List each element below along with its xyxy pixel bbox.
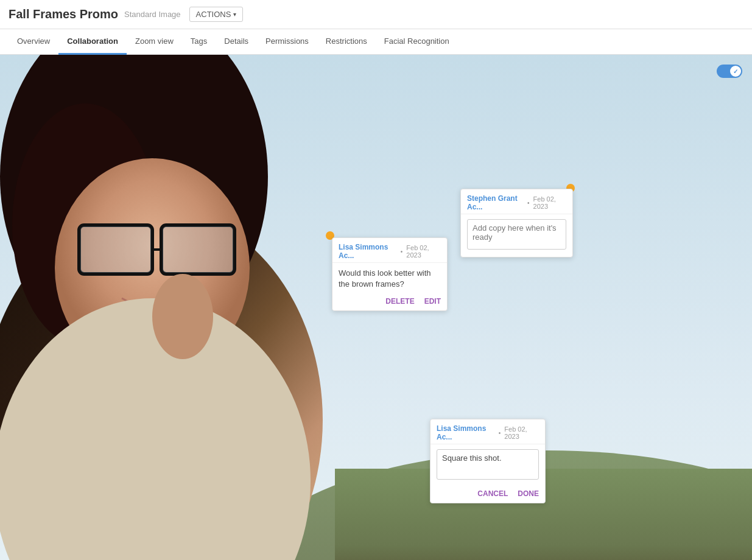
svg-rect-11 xyxy=(163,226,233,273)
header: Fall Frames Promo Standard Image ACTIONS… xyxy=(0,0,752,29)
tab-restrictions[interactable]: Restrictions xyxy=(317,29,376,55)
svg-rect-10 xyxy=(80,226,151,273)
nav-tabs: Overview Collaboration Zoom view Tags De… xyxy=(0,29,752,55)
tab-collaboration[interactable]: Collaboration xyxy=(58,29,127,55)
comment-date-2: Feb 02, 2023 xyxy=(533,195,566,210)
comment-card-3: Lisa Simmons Ac... • Feb 02, 2023 Square… xyxy=(430,419,546,503)
tab-permissions[interactable]: Permissions xyxy=(257,29,317,55)
tab-overview[interactable]: Overview xyxy=(9,29,58,55)
comment-header-2: Stephen Grant Ac... • Feb 02, 2023 xyxy=(461,189,572,214)
done-button-3[interactable]: DONE xyxy=(518,489,539,498)
comment-textarea-3[interactable]: Square this shot. xyxy=(437,449,539,480)
comment-textarea-2[interactable] xyxy=(467,219,566,250)
toggle-check-icon: ✓ xyxy=(733,68,738,75)
svg-point-13 xyxy=(152,274,213,359)
actions-dropdown-arrow: ▾ xyxy=(233,11,236,18)
actions-label: ACTIONS xyxy=(196,10,231,19)
page-title: Fall Frames Promo xyxy=(9,7,118,21)
image-area[interactable]: ✓ Lisa Simmons Ac... • Feb 02, 2023 Woul… xyxy=(0,55,752,560)
tab-tags[interactable]: Tags xyxy=(182,29,216,55)
comment-card-2: Stephen Grant Ac... • Feb 02, 2023 xyxy=(460,189,573,257)
comment-card-1: Lisa Simmons Ac... • Feb 02, 2023 Would … xyxy=(332,237,448,311)
comment-header-3: Lisa Simmons Ac... • Feb 02, 2023 xyxy=(430,419,545,444)
comment-header-1: Lisa Simmons Ac... • Feb 02, 2023 xyxy=(332,238,447,263)
tab-zoom-view[interactable]: Zoom view xyxy=(127,29,182,55)
toggle-thumb: ✓ xyxy=(730,66,741,77)
comment-body-1: Would this look better with the brown fr… xyxy=(332,263,447,295)
comment-actions-3: CANCEL DONE xyxy=(430,487,545,503)
comment-author-3: Lisa Simmons Ac... xyxy=(437,424,495,441)
comment-author-2: Stephen Grant Ac... xyxy=(467,194,524,211)
comment-date-3: Feb 02, 2023 xyxy=(504,425,539,440)
comment-author-1: Lisa Simmons Ac... xyxy=(339,243,397,260)
tab-details[interactable]: Details xyxy=(216,29,257,55)
edit-button-1[interactable]: EDIT xyxy=(424,297,441,306)
annotations-toggle[interactable]: ✓ xyxy=(717,65,742,78)
comment-date-1: Feb 02, 2023 xyxy=(406,244,441,259)
tab-facial-recognition[interactable]: Facial Recognition xyxy=(376,29,458,55)
comment-actions-1: DELETE EDIT xyxy=(332,295,447,310)
actions-button[interactable]: ACTIONS ▾ xyxy=(189,7,244,22)
image-type-label: Standard Image xyxy=(124,10,181,19)
delete-button-1[interactable]: DELETE xyxy=(385,297,414,306)
cancel-button-3[interactable]: CANCEL xyxy=(477,489,508,498)
